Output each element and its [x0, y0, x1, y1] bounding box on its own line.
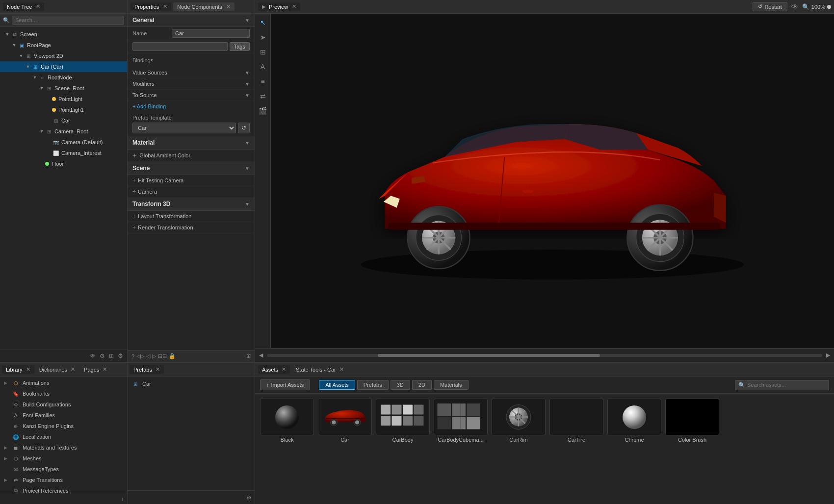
tree-item-cameradefault[interactable]: ▶ 📷 Camera (Default) [0, 137, 127, 148]
assets-tab[interactable]: Assets ✕ [258, 365, 290, 374]
tree-eye-btn[interactable]: 👁 [89, 352, 97, 360]
tree-settings-btn[interactable]: ⚙ [117, 352, 124, 360]
cursor-tool-btn[interactable]: ↖ [257, 17, 269, 28]
to-source-row[interactable]: To Source ▼ [128, 90, 255, 101]
lib-item-bookmarks[interactable]: ▶ 🔖 Bookmarks [0, 388, 127, 399]
share-tool-btn[interactable]: ⇄ [257, 90, 269, 102]
filter-materials-btn[interactable]: Materials [434, 380, 469, 390]
props-grid-btn[interactable]: ⊟⊟ [157, 352, 168, 360]
properties-tab[interactable]: Properties ✕ [130, 2, 171, 11]
library-tab-close[interactable]: ✕ [26, 366, 30, 373]
tree-item-cameraroot[interactable]: ▼ ⊞ Camera_Root [0, 126, 127, 137]
tree-filter-btn[interactable]: ⚙ [99, 352, 106, 360]
state-tools-car-tab-close[interactable]: ✕ [339, 366, 344, 373]
render-transformation-item[interactable]: + Render Transformation [128, 222, 255, 233]
assets-tab-close[interactable]: ✕ [282, 366, 286, 373]
node-tree-search-input[interactable] [12, 16, 124, 25]
general-section-header[interactable]: General ▼ [128, 14, 255, 27]
lib-item-messagetypes[interactable]: ▶ ✉ MessageTypes [0, 464, 127, 475]
props-lock-btn[interactable]: 🔒 [168, 352, 177, 360]
asset-colorbrush-item[interactable]: Color Brush [665, 399, 719, 499]
node-tree-tab[interactable]: Node Tree ✕ [3, 2, 44, 11]
tree-item-pointlight[interactable]: ▶ PointLight [0, 94, 127, 104]
scroll-left-icon[interactable]: ◀ [259, 352, 263, 358]
dictionaries-tab-close[interactable]: ✕ [71, 366, 75, 373]
asset-carbodycube-item[interactable]: CarBodyCubema... [434, 399, 488, 499]
assets-search-input[interactable] [747, 382, 826, 388]
scene-section-header[interactable]: Scene ▼ [128, 162, 255, 175]
tree-item-camerainterest[interactable]: ▶ ⬜ Camera_Interest [0, 148, 127, 158]
tree-item-sceneroot[interactable]: ▼ ⊞ Scene_Root [0, 83, 127, 94]
camera-item[interactable]: + Camera [128, 186, 255, 198]
material-section-header[interactable]: Material ▼ [128, 136, 255, 150]
preview-tab[interactable]: ▶ Preview ✕ [258, 2, 300, 11]
preview-tab-close[interactable]: ✕ [292, 3, 296, 10]
lib-item-build-configurations[interactable]: ▶ ⚙ Build Configurations [0, 399, 127, 410]
restart-button[interactable]: ↺ Restart [753, 2, 787, 11]
filter-all-assets-btn[interactable]: All Assets [319, 380, 355, 390]
library-tab[interactable]: Library ✕ [2, 365, 34, 374]
lib-item-localization[interactable]: ▶ 🌐 Localization [0, 431, 127, 442]
props-arrows-btn[interactable]: ◁▷ [135, 352, 145, 360]
tree-item-rootnode[interactable]: ▼ ○ RootNode [0, 72, 127, 83]
tree-item-carcar[interactable]: ▼ ⊞ Car (Car) [0, 61, 127, 72]
name-input[interactable] [172, 29, 250, 38]
prefab-template-select[interactable]: Car [132, 123, 236, 133]
node-components-tab-close[interactable]: ✕ [226, 3, 231, 10]
text-tool-btn[interactable]: A [257, 61, 269, 73]
tree-item-screen[interactable]: ▼ 🖥 Screen [0, 29, 127, 40]
scroll-right-icon[interactable]: ▶ [826, 352, 830, 358]
lib-item-page-transitions[interactable]: ▶ ⇄ Page Transitions [0, 475, 127, 485]
filter-2d-btn[interactable]: 2D [412, 380, 432, 390]
value-sources-row[interactable]: Value Sources ▼ [128, 67, 255, 78]
asset-chrome-item[interactable]: Chrome [607, 399, 661, 499]
filter-prefabs-btn[interactable]: Prefabs [357, 380, 389, 390]
tags-input[interactable] [132, 42, 228, 51]
eye-icon[interactable]: 👁 [791, 3, 798, 11]
tree-item-pointligh1[interactable]: ▶ PointLigh1 [0, 104, 127, 115]
asset-black-item[interactable]: Black [260, 399, 314, 499]
node-components-tab[interactable]: Node Components ✕ [173, 2, 235, 11]
asset-car-item[interactable]: Car [318, 399, 372, 499]
prefab-refresh-button[interactable]: ↺ [238, 123, 250, 133]
tree-item-car[interactable]: ▶ ⊞ Car [0, 115, 127, 126]
state-tools-car-tab[interactable]: State Tools - Car ✕ [292, 365, 348, 374]
layers-tool-btn[interactable]: ≡ [257, 76, 269, 87]
tree-item-floor[interactable]: ▶ Floor [0, 158, 127, 169]
node-tree-tab-close[interactable]: ✕ [36, 3, 40, 10]
arrow-tool-btn[interactable]: ➤ [257, 31, 269, 43]
lib-item-meshes[interactable]: ▶ ⬡ Meshes [0, 453, 127, 464]
prefabs-tab-close[interactable]: ✕ [156, 366, 160, 373]
global-ambient-color-item[interactable]: + Global Ambient Color [128, 150, 255, 162]
pages-tab[interactable]: Pages ✕ [80, 365, 111, 374]
props-prev-btn[interactable]: ◁ [145, 352, 151, 360]
props-layout-btn[interactable]: ⊞ [245, 352, 252, 360]
asset-carbody-item[interactable]: CarBody [376, 399, 430, 499]
asset-cartire-item[interactable]: CarTire [549, 399, 603, 499]
asset-carrim-item[interactable]: CarRim [492, 399, 546, 499]
prefabs-tab[interactable]: Prefabs ✕ [130, 365, 164, 374]
tree-item-viewport2d[interactable]: ▼ ⊞ Viewport 2D [0, 50, 127, 61]
properties-tab-close[interactable]: ✕ [163, 3, 167, 10]
tree-grid-btn[interactable]: ⊞ [108, 352, 115, 360]
tags-button[interactable]: Tags [230, 42, 250, 51]
lib-item-materials-textures[interactable]: ▶ ◼ Materials and Textures [0, 442, 127, 453]
video-tool-btn[interactable]: 🎬 [257, 105, 269, 117]
tree-item-rootpage[interactable]: ▼ ▣ RootPage [0, 40, 127, 50]
lib-item-font-families[interactable]: ▶ A Font Families [0, 410, 127, 421]
filter-3d-btn[interactable]: 3D [391, 380, 410, 390]
horizontal-scrollbar[interactable] [267, 354, 822, 357]
layout-transformation-item[interactable]: + Layout Transformation [128, 211, 255, 222]
lib-item-kanzi-plugins[interactable]: ▶ ⊕ Kanzi Engine Plugins [0, 421, 127, 431]
modifiers-row[interactable]: Modifiers ▼ [128, 78, 255, 90]
props-next-btn[interactable]: ▷ [151, 352, 157, 360]
lib-item-project-references[interactable]: ▶ ⧉ Project References [0, 485, 127, 493]
prefabs-settings-btn[interactable]: ⚙ [246, 494, 252, 501]
hit-testing-camera-item[interactable]: + Hit Testing Camera [128, 175, 255, 186]
table-tool-btn[interactable]: ⊞ [257, 46, 269, 58]
prefab-car-item[interactable]: ⊞ Car [128, 378, 255, 389]
dictionaries-tab[interactable]: Dictionaries ✕ [35, 365, 79, 374]
import-assets-button[interactable]: ↑ Import Assets [260, 379, 310, 390]
props-help-btn[interactable]: ? [130, 353, 135, 360]
pages-tab-close[interactable]: ✕ [103, 366, 107, 373]
